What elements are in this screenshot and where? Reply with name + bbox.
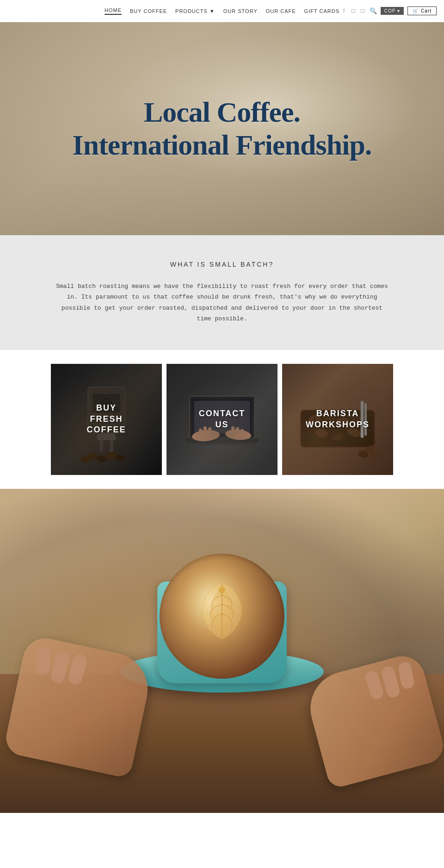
cart-button[interactable]: 🛒 Cart xyxy=(407,6,437,15)
hero-headline: Local Coffee. International Friendship. xyxy=(73,96,372,162)
card-buy-coffee[interactable]: BUYFRESHCOFFEE xyxy=(51,364,162,475)
card-3-overlay: BARISTAWORKSHOPS xyxy=(282,364,393,475)
nav-right: f ◻ ◻ 🔍 COP ▾ 🛒 Cart xyxy=(341,6,437,15)
instagram-icon[interactable]: ◻ xyxy=(350,8,357,14)
cards-section: BUYFRESHCOFFEE xyxy=(0,350,444,489)
card-contact-us[interactable]: CONTACTUS xyxy=(166,364,278,475)
currency-button[interactable]: COP ▾ xyxy=(381,7,404,15)
card-1-overlay: BUYFRESHCOFFEE xyxy=(51,364,162,475)
hero-section: Local Coffee. International Friendship. xyxy=(0,22,444,235)
card-1-label: BUYFRESHCOFFEE xyxy=(86,403,126,435)
info-heading: WHAT IS SMALL BATCH? xyxy=(37,261,407,268)
cart-label: Cart xyxy=(421,8,432,13)
card-3-label: BARISTAWORKSHOPS xyxy=(306,408,370,430)
info-body: Small batch roasting means we have the f… xyxy=(56,281,388,325)
latte-surface xyxy=(160,554,284,679)
nav-gift-cards[interactable]: GIFT CARDS xyxy=(304,8,339,14)
email-icon[interactable]: ◻ xyxy=(359,8,366,14)
card-barista-workshops[interactable]: BARISTAWORKSHOPS xyxy=(282,364,393,475)
bottom-hero-section xyxy=(0,489,444,813)
cart-icon: 🛒 xyxy=(413,8,419,13)
nav-products[interactable]: PRODUCTS ▼ xyxy=(175,8,215,14)
card-2-label: CONTACTUS xyxy=(199,408,246,430)
coffee-cup xyxy=(153,554,291,683)
nav-links: HOME BUY COFFEE PRODUCTS ▼ OUR STORY OUR… xyxy=(105,7,339,15)
nav-our-cafe[interactable]: OUR CAFE xyxy=(266,8,296,14)
hero-text: Local Coffee. International Friendship. xyxy=(73,96,372,162)
facebook-icon[interactable]: f xyxy=(341,8,347,14)
search-icon[interactable]: 🔍 xyxy=(370,7,377,15)
nav-home[interactable]: HOME xyxy=(105,7,122,15)
info-section: WHAT IS SMALL BATCH? Small batch roastin… xyxy=(0,235,444,350)
navbar: HOME BUY COFFEE PRODUCTS ▼ OUR STORY OUR… xyxy=(0,0,444,22)
card-2-overlay: CONTACTUS xyxy=(166,364,278,475)
nav-social: f ◻ ◻ xyxy=(341,8,366,14)
nav-our-story[interactable]: OUR STORY xyxy=(223,8,258,14)
latte-art-svg xyxy=(160,554,284,679)
nav-buy-coffee[interactable]: BUY COFFEE xyxy=(130,8,167,14)
